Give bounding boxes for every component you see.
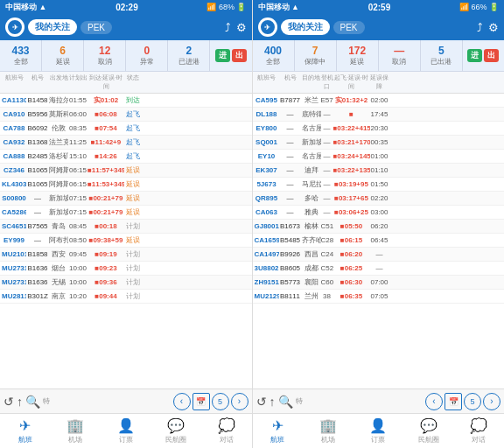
table-row[interactable]: MU2731 B1636 烟台 10:00 ■09:23 计划 [0,262,252,276]
table-row[interactable]: MU2129 B8111 兰州 38 ■06:35 07:05 [253,290,505,304]
table-row[interactable]: 5J673 — 马尼拉 — ■03:19+95 01:50 [253,178,505,192]
stat-item-1[interactable]: 7 保障中 [295,40,337,71]
stat-item-1[interactable]: 6 延误 [42,40,84,71]
gate: C28 [321,236,333,244]
upload-icon[interactable]: ↑ [270,395,276,409]
in-badge[interactable]: 进 [215,49,230,62]
search-icon[interactable]: 🔍 [278,395,293,409]
table-row[interactable]: 3U8802 B8605 成都 C52 ■06:25 — [253,262,505,276]
tab-airport[interactable]: PEK [80,21,112,34]
plane-number: B1458 [26,96,49,104]
prev-page[interactable]: ‹ [425,393,443,410]
stat-item-4[interactable]: 2 已进港 [168,40,210,71]
delay-time: 20:30 [370,124,389,132]
tab-my-watch[interactable]: 我的关注 [281,19,330,35]
plane-number: — [279,124,302,132]
table-row[interactable]: EY999 — 阿布扎比 08:50 ■09:38+59 延误 [0,234,252,248]
out-badge[interactable]: 出 [484,49,499,62]
table-row[interactable]: QR895 — 多哈 — ■03:17+65 02:20 [253,192,505,206]
table-row[interactable]: EK307 — 迪拜 — ■03:22+135 01:10 [253,164,505,178]
table-row[interactable]: MU2101 B1858 西安 09:45 ■09:19 计划 [0,248,252,262]
calendar-icon[interactable]: 📅 [192,393,210,410]
table-row[interactable]: DL188 — 底特律 — ■ 17:45 [253,108,505,122]
in-badge[interactable]: 进 [467,49,482,62]
table-row[interactable]: GJ8001 B1673 榆林 C51 ■05:50 06:20 [253,220,505,234]
refresh-icon[interactable]: ↺ [4,395,14,409]
special-label[interactable]: 特 [43,396,50,406]
sched-time: 10:20 [68,292,88,300]
actual-time: ■05:50 [333,222,370,230]
table-row[interactable]: EY10 — 名古屋 — ■03:24+145 01:00 [253,150,505,164]
table-row[interactable]: CA063 — 雅典 — ■03:06+25 03:00 [253,206,505,220]
plane-number: — [26,208,49,216]
share-icon[interactable]: ⤴ [225,21,231,34]
table-row[interactable]: S00800 — 新加坡 07:15 ■00:21+79 延误 [0,192,252,206]
footer-tab-民航圈[interactable]: 💬 民航圈 [403,414,454,448]
actual-time: ■09:36 [88,278,124,286]
delay-time: 03:00 [370,208,389,216]
stat-label: 取消 [392,57,406,66]
stat-badges[interactable]: 进 出 [210,40,251,71]
stat-badges[interactable]: 进 出 [463,40,504,71]
upload-icon[interactable]: ↑ [17,395,23,409]
status: 计划 [124,263,142,273]
stat-item-2[interactable]: 172 延误 [337,40,379,71]
table-row[interactable]: MU2731 B1636 无锡 10:00 ■09:36 计划 [0,276,252,290]
actual-time: ■06:15 [333,236,370,244]
calendar-icon[interactable]: 📅 [444,393,462,410]
table-row[interactable]: KL4303 B1065 阿姆斯特丹 06:15 ■11:53+349 延误 [0,178,252,192]
footer-tab-icon-0: ✈ [272,417,284,434]
stat-item-2[interactable]: 12 取消 [84,40,126,71]
share-icon[interactable]: ⤴ [477,21,483,34]
dest-city: 名古屋 [302,123,321,133]
table-row[interactable]: CA1130 B1458 海拉尔 01:55 实01:02 到达 [0,94,252,108]
footer-tab-机场[interactable]: 🏢 机场 [51,414,102,448]
search-icon[interactable]: 🔍 [25,395,40,409]
table-row[interactable]: CA910 B5956 莫斯科 06:00 ■06:08 起飞 [0,108,252,122]
table-row[interactable]: CA1659 B5485 齐齐哈尔 C28 ■06:15 06:45 [253,234,505,248]
table-row[interactable]: CA595 B7877 米兰 E57 实01:32+2 02:00 [253,94,505,108]
city: 青岛 [49,221,68,231]
flight-number: MU2731 [2,264,26,272]
table-row[interactable]: CA932 B1368 法兰克福 11:25 ■11:42+9 起飞 [0,136,252,150]
footer-tab-对话[interactable]: 💭 对话 [201,414,252,448]
footer-tab-对话[interactable]: 💭 对话 [454,414,505,448]
table-row[interactable]: EY800 — 名古屋 — ■03:22+415 20:30 [253,122,505,136]
table-row[interactable]: SC4651 B7565 青岛 08:45 ■00:18 计划 [0,220,252,234]
stat-item-0[interactable]: 400 全部 [253,40,295,71]
prev-page[interactable]: ‹ [173,393,191,410]
special-label[interactable]: 特 [296,396,303,406]
stat-item-4[interactable]: 5 已出港 [421,40,463,71]
footer-tab-订票[interactable]: 👤 订票 [354,414,404,448]
out-badge[interactable]: 出 [232,49,247,62]
tab-my-watch[interactable]: 我的关注 [28,19,77,35]
settings-icon[interactable]: ⚙ [236,21,247,34]
footer-tab-label-2: 订票 [371,435,385,444]
table-row[interactable]: CA1497 B9926 西昌 C24 ■06:20 — [253,248,505,262]
table-row[interactable]: CA5286 — 新加坡 07:15 ■00:21+79 延误 [0,206,252,220]
refresh-icon[interactable]: ↺ [256,395,267,409]
stat-item-3[interactable]: — 取消 [379,40,421,71]
footer-tab-航班[interactable]: ✈ 航班 [253,414,304,448]
footer-tab-订票[interactable]: 👤 订票 [101,414,151,448]
tab-airport[interactable]: PEK [333,21,365,34]
th-4: 起飞·延误·时间 [333,74,370,91]
gate: C51 [321,222,333,230]
stat-item-0[interactable]: 433 全部 [0,40,42,71]
table-row[interactable]: ZH9151 B5773 襄阳 C60 ■06:30 07:00 [253,276,505,290]
settings-icon[interactable]: ⚙ [488,21,499,34]
table-row[interactable]: CA888 B2485 洛杉矶 15:10 ■14:26 起飞 [0,150,252,164]
footer-tab-机场[interactable]: 🏢 机场 [303,414,354,448]
table-row[interactable]: CZ346 B1065 阿姆斯特丹 06:15 ■11:57+349 延误 [0,164,252,178]
table-row[interactable]: SQ001 — 新加坡 — ■03:21+170 00:35 [253,136,505,150]
footer-tab-民航圈[interactable]: 💬 民航圈 [151,414,202,448]
stat-item-3[interactable]: 0 异常 [126,40,168,71]
gate: — [321,208,333,216]
next-page[interactable]: › [483,393,500,410]
table-row[interactable]: MU2811 B301Z 南京 10:20 ■09:44 计划 [0,290,252,304]
delay-time: 02:20 [370,194,389,202]
status: 延误 [124,235,142,245]
table-row[interactable]: CA788 B6092 伦敦 08:35 ■07:54 起飞 [0,122,252,136]
footer-tab-航班[interactable]: ✈ 航班 [0,414,51,448]
next-page[interactable]: › [231,393,248,410]
